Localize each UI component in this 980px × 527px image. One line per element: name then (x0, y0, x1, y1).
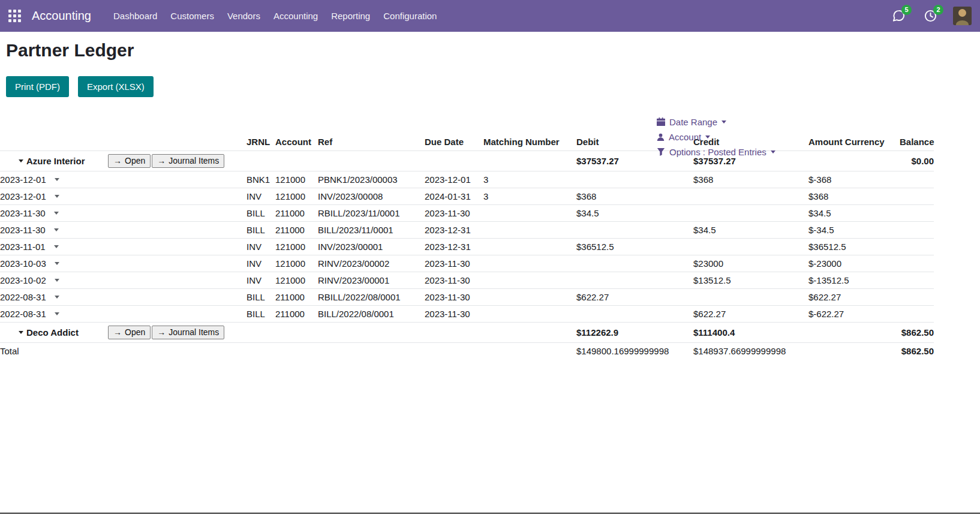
line-balance (900, 171, 934, 188)
line-matching (483, 222, 576, 239)
chevron-down-icon[interactable] (54, 212, 59, 215)
journal-items-button[interactable]: Journal Items (152, 154, 224, 168)
activities-badge: 2 (933, 5, 943, 15)
journal-items-button[interactable]: Journal Items (152, 326, 224, 339)
menu-accounting[interactable]: Accounting (267, 0, 324, 32)
line-credit (693, 289, 808, 306)
total-balance: $862.50 (900, 343, 934, 360)
line-matching: 3 (483, 188, 576, 205)
line-balance (900, 239, 934, 255)
chevron-down-icon (705, 135, 710, 138)
line-ref: RINV/2023/00001 (318, 272, 425, 289)
line-debit: $622.27 (576, 289, 693, 306)
chevron-down-icon[interactable] (55, 178, 59, 181)
line-jrnl: INV (246, 255, 275, 272)
line-ref: INV/2023/00008 (318, 188, 425, 205)
chevron-down-icon[interactable] (55, 279, 59, 282)
main-menu: Dashboard Customers Vendors Accounting R… (107, 0, 443, 32)
filter-date-range[interactable]: Date Range (657, 115, 775, 128)
chevron-down-icon[interactable] (54, 245, 59, 248)
line-ref: RINV/2023/00002 (318, 255, 425, 272)
table-header-row: JRNL Account Ref Due Date Matching Numbe… (0, 133, 934, 151)
ledger-line-row: 2023-10-03 INV 121000 RINV/2023/00002 20… (0, 255, 934, 272)
line-account: 121000 (275, 255, 318, 272)
chevron-down-icon[interactable] (55, 195, 59, 198)
ledger-line-row: 2023-10-02 INV 121000 RINV/2023/00001 20… (0, 272, 934, 289)
open-button[interactable]: Open (108, 326, 151, 339)
arrow-right-icon (157, 156, 166, 165)
line-debit (576, 255, 693, 272)
filter-account[interactable]: Account (657, 130, 775, 143)
line-date: 2023-12-01 (0, 191, 46, 201)
arrow-right-icon (113, 327, 122, 337)
chevron-down-icon[interactable] (54, 228, 59, 231)
chevron-down-icon[interactable] (55, 312, 59, 315)
partner-name[interactable]: Azure Interior (26, 156, 108, 166)
chevron-down-icon[interactable] (19, 159, 23, 162)
line-jrnl: BILL (246, 222, 275, 239)
chevron-down-icon[interactable] (55, 262, 59, 265)
line-credit: $622.27 (693, 306, 808, 323)
menu-dashboard[interactable]: Dashboard (107, 0, 164, 32)
filter-options[interactable]: Options : Posted Entries (657, 145, 775, 158)
report-page: Partner Ledger Print (PDF) Export (XLSX)… (0, 40, 980, 359)
line-amount-currency: $622.27 (808, 289, 900, 306)
line-account: 211000 (275, 289, 318, 306)
apps-grid-icon[interactable] (8, 10, 21, 22)
line-ref: PBNK1/2023/00003 (318, 171, 425, 188)
menu-configuration[interactable]: Configuration (377, 0, 443, 32)
open-button[interactable]: Open (108, 154, 151, 168)
ledger-line-row: 2022-08-31 BILL 211000 RBILL/2022/08/000… (0, 289, 934, 306)
line-jrnl: INV (246, 188, 275, 205)
line-amount-currency: $368 (808, 188, 900, 205)
line-account: 211000 (275, 306, 318, 323)
filter-account-label: Account (669, 132, 701, 142)
line-balance (900, 272, 934, 289)
line-date: 2023-10-02 (0, 275, 46, 285)
line-credit (693, 205, 808, 222)
arrow-right-icon (157, 327, 166, 337)
print-pdf-button[interactable]: Print (PDF) (6, 76, 69, 97)
report-end-divider (0, 513, 980, 514)
menu-vendors[interactable]: Vendors (221, 0, 267, 32)
line-due-date: 2023-12-31 (425, 239, 483, 255)
line-debit (576, 222, 693, 239)
menu-customers[interactable]: Customers (164, 0, 221, 32)
export-xlsx-button[interactable]: Export (XLSX) (78, 76, 154, 97)
line-jrnl: BILL (246, 205, 275, 222)
line-ref: BILL/2022/08/0001 (318, 306, 425, 323)
partner-ledger-table: JRNL Account Ref Due Date Matching Numbe… (0, 133, 934, 359)
partner-group-row: Deco Addict Open Journal Items $112262.9… (0, 323, 934, 343)
line-ref: INV/2023/00001 (318, 239, 425, 255)
line-due-date: 2023-11-30 (425, 255, 483, 272)
line-balance (900, 255, 934, 272)
line-ref: RBILL/2022/08/0001 (318, 289, 425, 306)
activities-clock-icon[interactable]: 2 (924, 9, 937, 23)
line-debit: $368 (576, 188, 693, 205)
line-credit: $34.5 (693, 222, 808, 239)
filter-options-label: Options : Posted Entries (669, 147, 766, 157)
menu-reporting[interactable]: Reporting (324, 0, 377, 32)
line-due-date: 2023-12-31 (425, 222, 483, 239)
user-avatar[interactable] (953, 7, 972, 25)
navbar-systray: 5 2 (874, 7, 972, 25)
app-brand[interactable]: Accounting (32, 9, 91, 23)
line-due-date: 2023-11-30 (425, 272, 483, 289)
line-account: 211000 (275, 222, 318, 239)
messages-badge: 5 (901, 5, 912, 15)
ledger-line-row: 2023-12-01 BNK1 121000 PBNK1/2023/00003 … (0, 171, 934, 188)
chevron-down-icon[interactable] (19, 331, 23, 334)
total-row: Total $149800.16999999998 $148937.669999… (0, 343, 934, 360)
line-ref: RBILL/2023/11/0001 (318, 205, 425, 222)
report-filters: Date Range Account Options : Posted Entr… (657, 115, 775, 158)
line-credit (693, 188, 808, 205)
ledger-line-row: 2023-11-30 BILL 211000 BILL/2023/11/0001… (0, 222, 934, 239)
line-debit (576, 272, 693, 289)
group-debit: $112262.9 (576, 323, 693, 343)
chevron-down-icon[interactable] (55, 296, 59, 299)
line-date: 2023-12-01 (0, 174, 46, 185)
line-balance (900, 222, 934, 239)
partner-name[interactable]: Deco Addict (26, 327, 108, 338)
messages-icon[interactable]: 5 (892, 9, 906, 23)
line-debit: $36512.5 (576, 239, 693, 255)
